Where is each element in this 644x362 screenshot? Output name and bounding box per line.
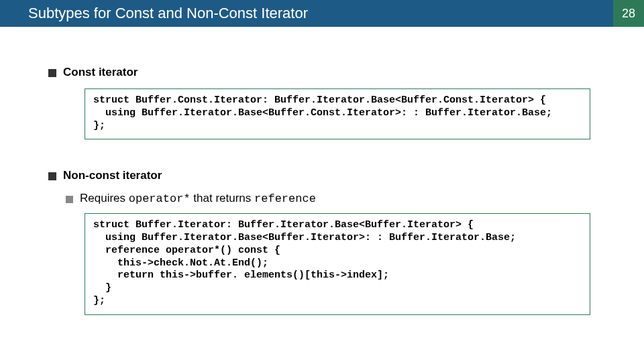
sub-code2: reference: [254, 192, 316, 205]
subbullet-square-icon: [66, 196, 73, 203]
bullet-square-icon: [48, 172, 56, 180]
subbullet-text: Requires operator* that returns referenc…: [80, 192, 316, 205]
sub-code1: operator*: [129, 192, 191, 205]
code-block-nonconst: struct Buffer.Iterator: Buffer.Iterator.…: [85, 213, 590, 314]
sub-mid: that returns: [191, 192, 254, 204]
title-bar: Subtypes for Const and Non-Const Iterato…: [0, 0, 644, 27]
slide-title: Subtypes for Const and Non-Const Iterato…: [0, 0, 613, 27]
bullet-square-icon: [48, 69, 56, 77]
bullet-heading: Non-const iterator: [63, 169, 162, 182]
slide-number: 28: [613, 0, 644, 27]
sub-prefix: Requires: [80, 192, 129, 204]
bullet-nonconst-iterator: Non-const iterator: [48, 169, 604, 182]
subbullet-requires: Requires operator* that returns referenc…: [66, 192, 604, 205]
code-block-const: struct Buffer.Const.Iterator: Buffer.Ite…: [85, 88, 590, 139]
slide-body: Const iterator struct Buffer.Const.Itera…: [0, 27, 644, 355]
bullet-heading: Const iterator: [63, 66, 138, 79]
bullet-const-iterator: Const iterator: [48, 66, 604, 79]
